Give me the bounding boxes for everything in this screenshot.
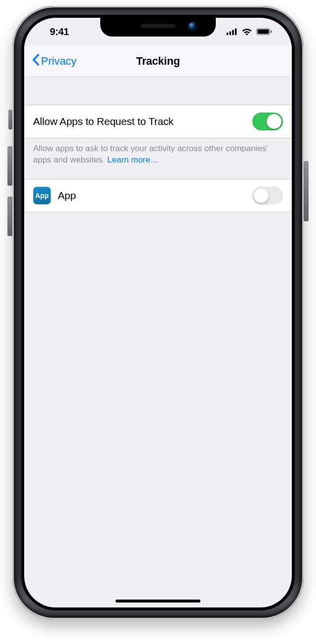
side-button[interactable]: [304, 161, 309, 221]
allow-tracking-toggle[interactable]: [252, 113, 283, 130]
svg-rect-2: [232, 30, 234, 36]
earpiece-speaker: [140, 24, 176, 28]
allow-tracking-label: Allow Apps to Request to Track: [33, 116, 245, 127]
screen: 9:41: [24, 18, 292, 607]
app-icon-text: App: [35, 192, 49, 200]
ringer-switch[interactable]: [8, 110, 12, 129]
nav-bar: Privacy Tracking: [24, 45, 292, 77]
svg-rect-6: [257, 29, 269, 34]
svg-rect-1: [230, 32, 231, 36]
battery-icon: [256, 28, 272, 35]
app-label: App: [58, 190, 245, 201]
content-area: Allow Apps to Request to Track Allow app…: [24, 77, 292, 607]
learn-more-link[interactable]: Learn more…: [107, 155, 158, 164]
section-footer-note: Allow apps to ask to track your activity…: [24, 138, 292, 166]
volume-up-button[interactable]: [7, 146, 12, 186]
chevron-left-icon: [32, 54, 40, 69]
status-time: 9:41: [41, 26, 69, 38]
svg-point-4: [246, 33, 248, 35]
app-icon: App: [33, 187, 51, 204]
back-button[interactable]: Privacy: [29, 45, 79, 77]
page-title: Tracking: [136, 55, 180, 68]
wifi-icon: [241, 28, 252, 36]
front-camera: [189, 22, 197, 30]
allow-tracking-row: Allow Apps to Request to Track: [24, 105, 292, 138]
app-tracking-toggle[interactable]: [252, 187, 283, 204]
svg-rect-3: [235, 29, 237, 36]
cellular-icon: [227, 28, 237, 35]
volume-down-button[interactable]: [7, 197, 12, 236]
device-bezel: 9:41: [21, 15, 295, 610]
svg-rect-7: [271, 31, 272, 33]
device-frame: 9:41: [12, 6, 304, 619]
notch: [100, 18, 216, 37]
back-label: Privacy: [41, 55, 77, 68]
svg-rect-0: [227, 33, 228, 35]
app-row: App App: [24, 179, 292, 212]
home-indicator[interactable]: [116, 600, 200, 603]
